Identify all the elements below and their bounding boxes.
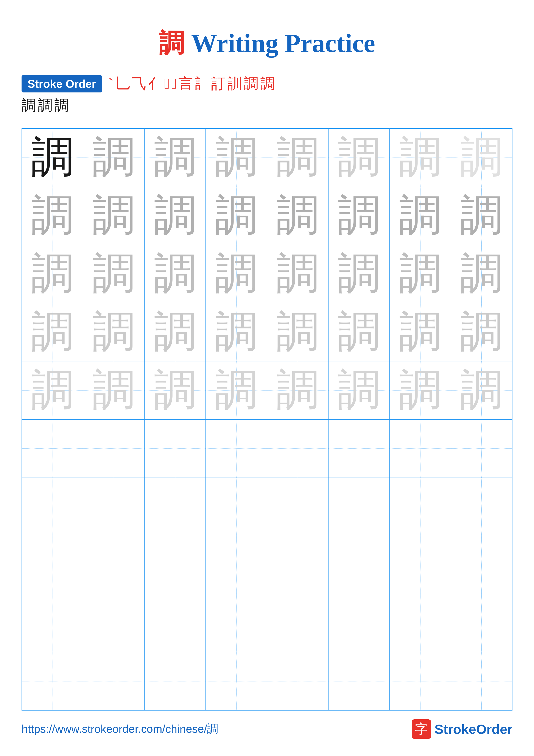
grid-cell[interactable]: 調 [22,419,83,477]
grid-cell[interactable]: 調 [206,128,267,187]
grid-cell[interactable]: 調 [267,128,328,187]
grid-cell[interactable] [22,652,83,710]
grid-cell[interactable]: 調 [390,303,451,361]
grid-cell[interactable] [22,477,83,536]
grid-cell[interactable]: 調 [390,128,451,187]
grid-cell[interactable] [451,477,512,536]
grid-cell[interactable] [328,536,390,594]
grid-cell[interactable]: 調 [83,361,144,419]
practice-char: 調 [399,250,442,298]
grid-cell[interactable] [451,652,512,710]
grid-cell[interactable]: 調 [83,245,144,303]
grid-cell[interactable] [267,652,328,710]
grid-cell[interactable]: 調 [451,245,512,303]
grid-cell[interactable]: 調 [83,303,144,361]
grid-cell[interactable]: 調 [390,187,451,245]
grid-cell[interactable]: 調 [83,187,144,245]
grid-cell[interactable]: 調 [451,128,512,187]
grid-cell[interactable] [267,594,328,652]
grid-cell[interactable] [22,536,83,594]
grid-cell[interactable]: 調 [267,361,328,419]
grid-cell[interactable] [390,594,451,652]
practice-char: 調 [92,308,135,356]
grid-cell[interactable]: 調 [144,187,206,245]
grid-cell[interactable]: 調 [22,303,83,361]
grid-cell[interactable]: 調 [451,187,512,245]
grid-cell[interactable]: 調 [267,303,328,361]
grid-cell[interactable] [144,536,206,594]
stroke-2: ⺃ [115,74,130,94]
practice-char: 調 [154,134,197,181]
grid-cell[interactable] [83,594,144,652]
grid-cell[interactable] [206,652,267,710]
grid-cell[interactable]: 調 [144,245,206,303]
grid-cell[interactable]: 調 [451,361,512,419]
grid-cell[interactable]: 調 [144,419,206,477]
grid-cell[interactable]: 調 [206,245,267,303]
stroke-order-section: Stroke Order ` ⺃ ⺄ ⺅ 𠃊 𠃋 言 訁 訂 訓 調 調 調 調… [21,74,513,115]
practice-char: 調 [92,250,135,298]
grid-cell[interactable]: 調 [451,303,512,361]
grid-cell[interactable] [451,536,512,594]
grid-cell[interactable]: 調 [83,128,144,187]
grid-cell[interactable] [328,594,390,652]
grid-cell[interactable]: 調 [451,419,512,477]
grid-cell[interactable]: 調 [267,187,328,245]
grid-cell[interactable]: 調 [22,187,83,245]
grid-cell[interactable] [206,594,267,652]
grid-cell[interactable]: 調 [144,361,206,419]
grid-cell[interactable] [390,477,451,536]
grid-cell[interactable] [22,594,83,652]
grid-cell[interactable] [206,536,267,594]
grid-cell[interactable] [83,652,144,710]
practice-char: 調 [215,424,258,472]
practice-char: 調 [154,192,197,239]
practice-char: 調 [92,192,135,239]
practice-char: 調 [337,366,380,414]
grid-cell[interactable]: 調 [22,361,83,419]
grid-cell[interactable]: 調 [328,361,390,419]
grid-cell[interactable] [390,536,451,594]
footer-url[interactable]: https://www.strokeorder.com/chinese/調 [21,721,218,737]
grid-cell[interactable]: 調 [328,187,390,245]
grid-cell[interactable]: 調 [83,419,144,477]
practice-char: 調 [337,192,380,239]
grid-cell[interactable]: 調 [328,245,390,303]
practice-char: 調 [460,308,503,356]
grid-cell[interactable]: 調 [206,187,267,245]
stroke-1: ` [109,75,114,92]
grid-cell[interactable]: 調 [206,303,267,361]
grid-cell[interactable]: 調 [22,245,83,303]
stroke-row2-1: 調 [21,96,36,115]
grid-cell[interactable] [267,536,328,594]
grid-cell[interactable] [206,477,267,536]
practice-char: 調 [337,134,380,181]
grid-cell[interactable]: 調 [328,419,390,477]
grid-cell[interactable]: 調 [328,303,390,361]
grid-cell[interactable]: 調 [144,303,206,361]
practice-char: 調 [399,424,442,472]
grid-cell[interactable]: 調 [328,128,390,187]
practice-char: 調 [154,250,197,298]
grid-cell[interactable] [451,594,512,652]
grid-cell[interactable] [328,477,390,536]
grid-cell[interactable]: 調 [22,128,83,187]
grid-cell[interactable]: 調 [390,361,451,419]
grid-cell[interactable] [83,536,144,594]
grid-cell[interactable]: 調 [267,419,328,477]
stroke-order-row: Stroke Order ` ⺃ ⺄ ⺅ 𠃊 𠃋 言 訁 訂 訓 調 調 [21,74,513,94]
grid-cell[interactable] [144,477,206,536]
grid-cell[interactable]: 調 [206,361,267,419]
grid-cell[interactable] [83,477,144,536]
grid-cell[interactable] [390,652,451,710]
grid-cell[interactable] [267,477,328,536]
practice-char: 調 [337,308,380,356]
grid-cell[interactable]: 調 [390,245,451,303]
grid-cell[interactable]: 調 [144,128,206,187]
grid-cell[interactable] [328,652,390,710]
grid-cell[interactable]: 調 [206,419,267,477]
grid-cell[interactable]: 調 [390,419,451,477]
grid-cell[interactable] [144,594,206,652]
grid-cell[interactable]: 調 [267,245,328,303]
grid-cell[interactable] [144,652,206,710]
